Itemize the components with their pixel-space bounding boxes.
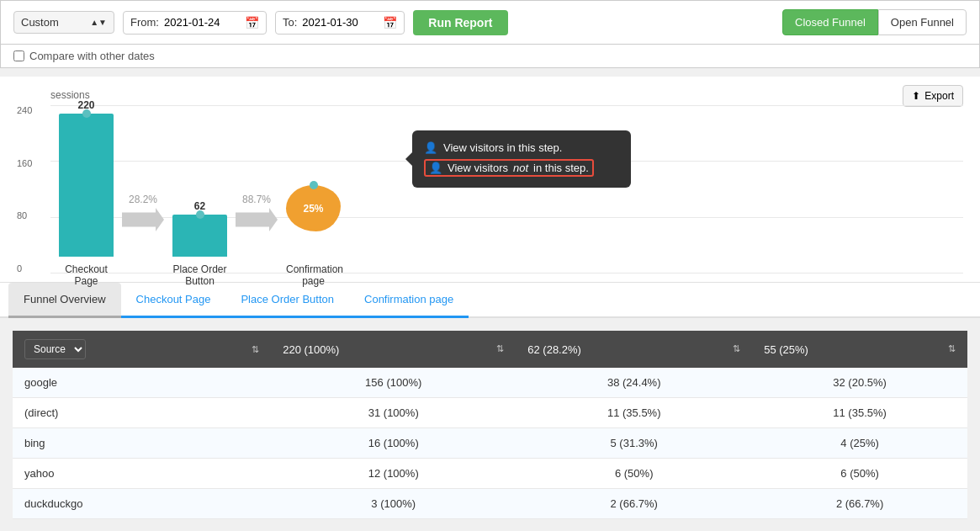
- tooltip-prefix: View visitors: [448, 162, 508, 174]
- cell-source-3: yahoo: [13, 459, 271, 489]
- tab-checkout-page[interactable]: Checkout Page: [121, 283, 226, 318]
- to-date-input[interactable]: To: 📅: [275, 11, 405, 35]
- top-bar-right: Closed Funnel Open Funnel: [782, 9, 967, 35]
- date-preset-select[interactable]: Custom ▲▼: [13, 11, 114, 34]
- orange-blob: 25%: [286, 185, 341, 231]
- cell-c3-1: 11 (35.5%): [752, 398, 967, 428]
- arrow-shape-1: [122, 208, 164, 231]
- arrow-shape-2: [236, 208, 278, 231]
- table-header-row: Source ⇅ 220 (100%) ⇅ 62 (28.2%) ⇅ 55 (2…: [13, 331, 967, 368]
- table-section: Source ⇅ 220 (100%) ⇅ 62 (28.2%) ⇅ 55 (2…: [0, 318, 980, 531]
- sessions-label: sessions: [50, 89, 963, 101]
- top-bar: Custom ▲▼ From: 📅 To: 📅 Run Report Close…: [0, 0, 980, 45]
- sort-icon-3: ⇅: [733, 343, 740, 354]
- bar-label-3: Confirmation page: [286, 263, 341, 287]
- calendar-icon: 📅: [245, 16, 259, 29]
- table-row: bing 16 (100%) 5 (31.3%) 4 (25%): [13, 428, 967, 459]
- tooltip-line1: View visitors in this step.: [443, 141, 562, 154]
- col-2-header[interactable]: 220 (100%) ⇅: [271, 331, 516, 368]
- sort-icon-4: ⇅: [948, 343, 956, 354]
- table-row: google 156 (100%) 38 (24.4%) 32 (20.5%): [13, 368, 967, 398]
- from-date-field[interactable]: [164, 16, 240, 29]
- cell-source-0: google: [13, 368, 271, 398]
- arrow-2: 88.7%: [236, 194, 278, 231]
- cell-source-2: bing: [13, 428, 271, 459]
- tooltip-suffix: in this step.: [533, 162, 589, 174]
- tooltip-row-2: 👤 View visitors not in this step.: [424, 157, 619, 179]
- y-axis: 240 160 80 0: [17, 105, 32, 273]
- calendar-icon-to: 📅: [383, 16, 397, 29]
- compare-row: Compare with other dates: [0, 45, 980, 68]
- data-table: Source ⇅ 220 (100%) ⇅ 62 (28.2%) ⇅ 55 (2…: [13, 331, 967, 519]
- cell-c2-1: 11 (35.5%): [516, 398, 752, 428]
- tooltip-highlighted[interactable]: 👤 View visitors not in this step.: [424, 159, 594, 177]
- user-icon-1: 👤: [424, 141, 437, 154]
- col-3-header[interactable]: 62 (28.2%) ⇅: [516, 331, 752, 368]
- orange-blob-dot: [310, 181, 318, 189]
- bar-1: [59, 114, 114, 257]
- cell-c2-3: 6 (50%): [516, 459, 752, 489]
- col-4-header[interactable]: 55 (25%) ⇅: [752, 331, 967, 368]
- to-label: To:: [283, 16, 297, 29]
- export-label: Export: [924, 90, 954, 102]
- cell-c2-4: 2 (66.7%): [516, 489, 752, 519]
- source-dropdown[interactable]: Source: [24, 339, 86, 359]
- bar-2: [172, 215, 227, 257]
- export-button[interactable]: ⬆ Export: [903, 85, 963, 107]
- col-source-header[interactable]: Source ⇅: [13, 331, 271, 368]
- chevron-icon: ▲▼: [90, 18, 107, 27]
- sort-icon-1: ⇅: [252, 344, 259, 355]
- compare-checkbox[interactable]: [13, 50, 24, 61]
- source-header-cell: Source ⇅: [24, 339, 259, 359]
- from-date-input[interactable]: From: 📅: [123, 11, 267, 35]
- cell-source-4: duckduckgo: [13, 489, 271, 519]
- cell-c1-0: 156 (100%): [271, 368, 516, 398]
- funnel-type-buttons: Closed Funnel Open Funnel: [782, 9, 967, 35]
- bar-place-order: 62: [172, 200, 227, 257]
- run-report-button[interactable]: Run Report: [413, 10, 507, 35]
- from-label: From:: [130, 16, 159, 29]
- cell-c1-2: 16 (100%): [271, 428, 516, 459]
- bar-label-1: Checkout Page: [59, 263, 114, 287]
- arrow-1: 28.2%: [122, 194, 164, 231]
- table-row: duckduckgo 3 (100%) 2 (66.7%) 2 (66.7%): [13, 489, 967, 519]
- tab-place-order[interactable]: Place Order Button: [225, 283, 349, 318]
- orange-blob-pct: 25%: [303, 203, 323, 215]
- tab-confirmation[interactable]: Confirmation page: [349, 283, 469, 318]
- table-row: (direct) 31 (100%) 11 (35.5%) 11 (35.5%): [13, 398, 967, 428]
- cell-c2-2: 5 (31.3%): [516, 428, 752, 459]
- cell-c1-1: 31 (100%): [271, 398, 516, 428]
- tabs-container: Funnel Overview Checkout Page Place Orde…: [0, 283, 980, 318]
- user-icon-2: 👤: [429, 162, 442, 174]
- table-body: google 156 (100%) 38 (24.4%) 32 (20.5%) …: [13, 368, 967, 519]
- bar-dot-2: [196, 210, 204, 219]
- cell-c3-2: 4 (25%): [752, 428, 967, 459]
- arrow-pct-2: 88.7%: [242, 194, 271, 205]
- cell-c3-0: 32 (20.5%): [752, 368, 967, 398]
- sort-icon-2: ⇅: [496, 343, 504, 354]
- bar-dot-1: [82, 109, 91, 118]
- cell-c1-3: 12 (100%): [271, 459, 516, 489]
- cell-c3-4: 2 (66.7%): [752, 489, 967, 519]
- closed-funnel-button[interactable]: Closed Funnel: [782, 9, 878, 35]
- open-funnel-button[interactable]: Open Funnel: [878, 9, 967, 35]
- arrow-pct-1: 28.2%: [129, 194, 157, 205]
- tab-funnel-overview[interactable]: Funnel Overview: [8, 283, 121, 318]
- bar-label-2: Place Order Button: [172, 263, 227, 287]
- cell-c2-0: 38 (24.4%): [516, 368, 752, 398]
- cell-c1-4: 3 (100%): [271, 489, 516, 519]
- to-date-field[interactable]: [302, 16, 378, 29]
- date-preset-label: Custom: [21, 16, 59, 29]
- tooltip: 👤 View visitors in this step. 👤 View vis…: [412, 130, 631, 188]
- cell-source-1: (direct): [13, 398, 271, 428]
- chart-container: ⬆ Export sessions 240 160 80 0 220: [0, 77, 980, 283]
- export-icon: ⬆: [912, 90, 920, 102]
- table-row: yahoo 12 (100%) 6 (50%) 6 (50%): [13, 459, 967, 489]
- tooltip-row-1: 👤 View visitors in this step.: [424, 139, 619, 157]
- cell-c3-3: 6 (50%): [752, 459, 967, 489]
- compare-label: Compare with other dates: [29, 50, 155, 62]
- tooltip-italic: not: [513, 162, 528, 174]
- bar-checkout: 220: [59, 99, 114, 257]
- bar-confirmation: 25%: [286, 185, 341, 257]
- top-bar-left: Custom ▲▼ From: 📅 To: 📅 Run Report: [13, 10, 774, 35]
